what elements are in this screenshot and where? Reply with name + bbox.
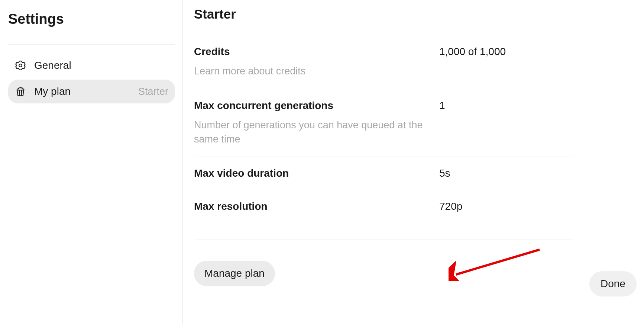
sidebar: Settings General My plan Starter bbox=[0, 0, 183, 324]
row-label: Max resolution bbox=[194, 201, 439, 212]
sidebar-item-general[interactable]: General bbox=[8, 54, 175, 77]
row-label: Max concurrent generations bbox=[194, 100, 439, 112]
main-content: Starter Credits Learn more about credits… bbox=[183, 0, 644, 324]
row-value: 720p bbox=[439, 201, 462, 212]
settings-title: Settings bbox=[8, 11, 175, 45]
row-label: Credits bbox=[194, 46, 439, 58]
sidebar-item-my-plan[interactable]: My plan Starter bbox=[8, 80, 175, 103]
row-value: 1,000 of 1,000 bbox=[439, 46, 506, 58]
popcorn-icon bbox=[15, 86, 26, 97]
row-label: Max video duration bbox=[194, 167, 439, 179]
footer: Manage plan bbox=[194, 240, 573, 286]
gear-icon bbox=[15, 60, 26, 71]
plan-row-credits: Credits Learn more about credits 1,000 o… bbox=[194, 35, 573, 89]
svg-point-0 bbox=[19, 64, 22, 67]
plan-name-heading: Starter bbox=[194, 7, 573, 35]
row-desc: Number of generations you can have queue… bbox=[194, 118, 439, 147]
row-value: 1 bbox=[439, 100, 445, 112]
done-button[interactable]: Done bbox=[589, 271, 637, 296]
sidebar-item-label: My plan bbox=[34, 86, 138, 97]
plan-row-max-resolution: Max resolution 720p bbox=[194, 190, 573, 223]
plan-row-max-duration: Max video duration 5s bbox=[194, 157, 573, 190]
plan-row-max-concurrent: Max concurrent generations Number of gen… bbox=[194, 89, 573, 157]
plan-badge: Starter bbox=[138, 86, 168, 97]
sidebar-item-label: General bbox=[34, 60, 168, 71]
manage-plan-button[interactable]: Manage plan bbox=[194, 261, 275, 286]
row-value: 5s bbox=[439, 167, 450, 179]
credits-learn-more-link[interactable]: Learn more about credits bbox=[194, 64, 439, 78]
